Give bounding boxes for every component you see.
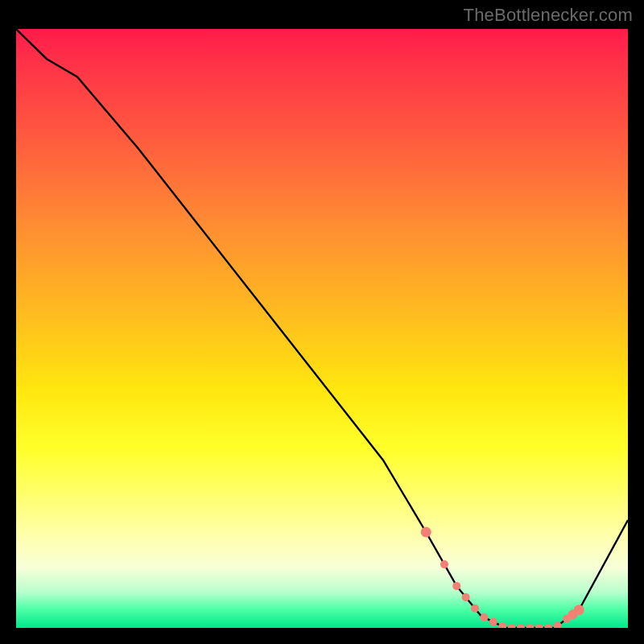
- curve-marker: [471, 605, 479, 613]
- curve-marker: [574, 605, 584, 615]
- attribution-text: TheBottlenecker.com: [464, 5, 633, 26]
- curve-marker: [489, 618, 497, 626]
- curve-marker: [480, 613, 488, 621]
- curve-marker: [462, 593, 470, 601]
- curve-marker: [526, 624, 534, 628]
- curve-marker: [508, 624, 516, 628]
- curve-marker: [421, 527, 431, 538]
- curve-marker: [535, 624, 543, 628]
- chart-container: TheBottlenecker.com: [0, 0, 644, 644]
- curve-marker: [440, 560, 448, 568]
- curve-svg: [16, 29, 628, 628]
- curve-marker: [517, 624, 525, 628]
- curve-marker: [544, 624, 552, 628]
- bottleneck-curve: [16, 29, 628, 628]
- plot-area: [16, 29, 628, 628]
- curve-marker: [498, 622, 506, 628]
- curve-marker: [452, 582, 460, 590]
